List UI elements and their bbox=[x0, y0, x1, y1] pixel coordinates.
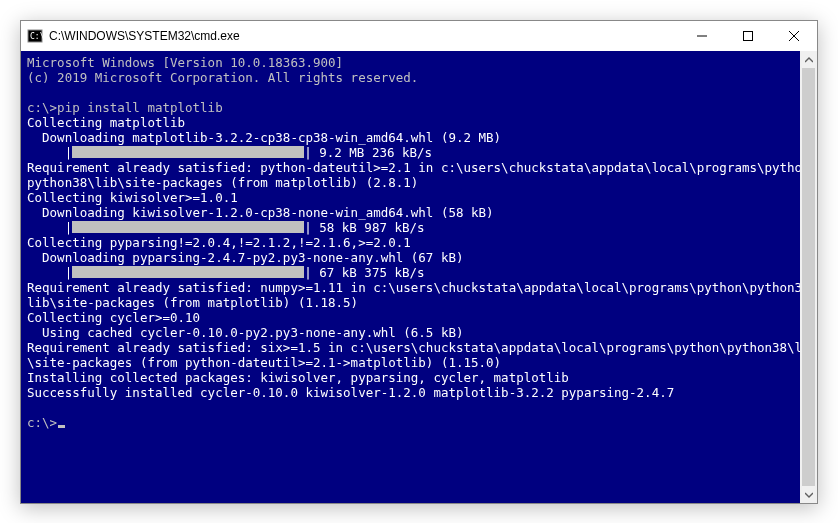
scroll-track[interactable] bbox=[800, 68, 817, 486]
progress-pipe: | bbox=[27, 265, 72, 280]
progress-bar bbox=[72, 266, 304, 278]
close-button[interactable] bbox=[771, 21, 817, 51]
vertical-scrollbar[interactable] bbox=[800, 51, 817, 503]
titlebar[interactable]: C:\ C:\WINDOWS\SYSTEM32\cmd.exe bbox=[21, 21, 817, 51]
terminal-area: Microsoft Windows [Version 10.0.18363.90… bbox=[21, 51, 817, 503]
svg-rect-3 bbox=[744, 32, 753, 41]
copyright-line: (c) 2019 Microsoft Corporation. All righ… bbox=[27, 70, 418, 85]
cmd-window: C:\ C:\WINDOWS\SYSTEM32\cmd.exe Microsof… bbox=[20, 20, 818, 504]
cursor bbox=[58, 425, 65, 428]
output-line: Using cached cycler-0.10.0-py2.py3-none-… bbox=[27, 325, 464, 340]
progress-pipe: | bbox=[27, 145, 72, 160]
progress-status: | 67 kB 375 kB/s bbox=[304, 265, 424, 280]
prompt: c:\> bbox=[27, 100, 57, 115]
output-line: Downloading matplotlib-3.2.2-cp38-cp38-w… bbox=[27, 130, 501, 145]
output-line: Collecting pyparsing!=2.0.4,!=2.1.2,!=2.… bbox=[27, 235, 411, 250]
output-line: Requirement already satisfied: python-da… bbox=[27, 160, 800, 190]
output-line: Installing collected packages: kiwisolve… bbox=[27, 370, 569, 385]
terminal-output[interactable]: Microsoft Windows [Version 10.0.18363.90… bbox=[21, 51, 800, 503]
output-line: Collecting matplotlib bbox=[27, 115, 185, 130]
progress-status: | 58 kB 987 kB/s bbox=[304, 220, 424, 235]
prompt: c:\> bbox=[27, 415, 57, 430]
command-text: pip install matplotlib bbox=[57, 100, 223, 115]
output-line: Requirement already satisfied: six>=1.5 … bbox=[27, 340, 800, 370]
svg-text:C:\: C:\ bbox=[30, 32, 43, 41]
window-title: C:\WINDOWS\SYSTEM32\cmd.exe bbox=[49, 29, 679, 43]
output-line: Successfully installed cycler-0.10.0 kiw… bbox=[27, 385, 674, 400]
progress-status: | 9.2 MB 236 kB/s bbox=[304, 145, 432, 160]
progress-bar bbox=[72, 146, 304, 158]
maximize-button[interactable] bbox=[725, 21, 771, 51]
scroll-down-arrow[interactable] bbox=[800, 486, 817, 503]
scroll-up-arrow[interactable] bbox=[800, 51, 817, 68]
output-line: Collecting kiwisolver>=1.0.1 bbox=[27, 190, 238, 205]
output-line: Collecting cycler>=0.10 bbox=[27, 310, 200, 325]
progress-pipe: | bbox=[27, 220, 72, 235]
scroll-thumb[interactable] bbox=[802, 68, 815, 486]
progress-bar bbox=[72, 221, 304, 233]
minimize-button[interactable] bbox=[679, 21, 725, 51]
version-line: Microsoft Windows [Version 10.0.18363.90… bbox=[27, 55, 343, 70]
window-controls bbox=[679, 21, 817, 51]
output-line: Downloading kiwisolver-1.2.0-cp38-none-w… bbox=[27, 205, 494, 220]
cmd-icon: C:\ bbox=[27, 28, 43, 44]
output-line: Downloading pyparsing-2.4.7-py2.py3-none… bbox=[27, 250, 464, 265]
output-line: Requirement already satisfied: numpy>=1.… bbox=[27, 280, 800, 310]
